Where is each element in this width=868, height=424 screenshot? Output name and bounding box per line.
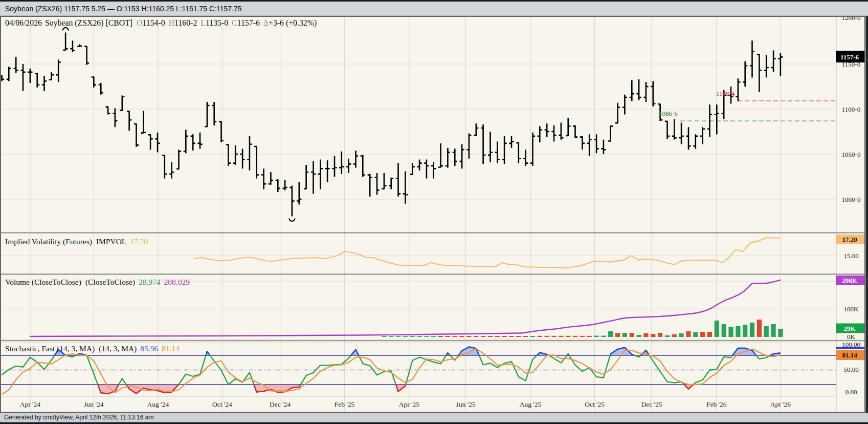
svg-text:Feb '25: Feb '25 [335, 400, 355, 408]
svg-text:50.00: 50.00 [843, 366, 858, 373]
svg-text:1000-0: 1000-0 [842, 196, 861, 203]
svg-text:Dec '25: Dec '25 [641, 400, 662, 408]
svg-text:Apr '25: Apr '25 [399, 400, 420, 408]
svg-text:0K: 0K [847, 333, 856, 341]
svg-text:Apr '26: Apr '26 [770, 400, 791, 408]
svg-text:1100-0: 1100-0 [842, 105, 860, 113]
svg-text:Jun '25: Jun '25 [456, 400, 475, 408]
svg-text:Aug '25: Aug '25 [520, 400, 542, 408]
svg-text:04/06/2026Soybean (ZSX26) [CBO: 04/06/2026Soybean (ZSX26) [CBOT]O1154-0H… [5, 18, 317, 28]
svg-text:1086-6: 1086-6 [659, 110, 678, 117]
svg-text:Oct '25: Oct '25 [585, 400, 605, 408]
svg-text:Aug '24: Aug '24 [147, 400, 169, 408]
svg-text:100K: 100K [844, 305, 859, 313]
svg-text:Feb '26: Feb '26 [706, 400, 727, 408]
svg-text:15.00: 15.00 [843, 252, 858, 260]
svg-text:Jun '24: Jun '24 [84, 400, 103, 408]
svg-text:Apr '24: Apr '24 [20, 400, 41, 408]
svg-text:Stochastic, Fast (14, 3, MA)(1: Stochastic, Fast (14, 3, MA)(14, 3, MA)8… [5, 344, 180, 353]
svg-text:Oct '24: Oct '24 [212, 400, 232, 408]
svg-text:29K: 29K [843, 325, 856, 332]
svg-text:1108-4: 1108-4 [716, 90, 735, 97]
svg-text:17.20: 17.20 [842, 236, 857, 243]
svg-text:1050-0: 1050-0 [842, 151, 861, 158]
svg-text:81.14: 81.14 [842, 351, 857, 359]
svg-text:208K: 208K [842, 277, 858, 284]
svg-text:1157-6: 1157-6 [840, 53, 859, 61]
svg-text:Dec '24: Dec '24 [270, 400, 291, 408]
svg-text:0.00: 0.00 [845, 388, 857, 396]
